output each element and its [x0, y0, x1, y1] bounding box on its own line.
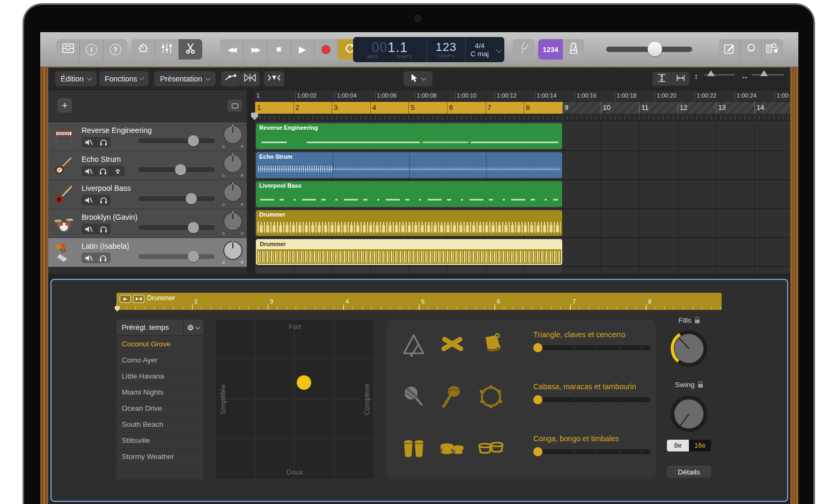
track-volume-thumb[interactable] — [186, 193, 197, 204]
preset-item-stiltsville[interactable]: Stiltsville — [116, 433, 203, 449]
lock-icon[interactable] — [695, 320, 700, 323]
smart-controls-button[interactable] — [131, 39, 155, 60]
library-button[interactable] — [56, 39, 80, 60]
cycle-region[interactable]: 1 2 3 4 5 6 7 8 — [255, 102, 562, 114]
edition-menu-button[interactable]: Édition — [55, 71, 97, 86]
metronome-button[interactable] — [563, 39, 584, 60]
flex-time-button[interactable] — [240, 71, 260, 86]
preset-item-ocean-drive[interactable]: Ocean Drive — [116, 401, 203, 417]
stop-button[interactable]: ■ — [267, 39, 291, 60]
mixer-button[interactable] — [155, 39, 179, 60]
mute-button[interactable] — [82, 137, 96, 147]
rate-16e-option[interactable]: 16e — [689, 440, 711, 451]
preset-item-coconut-grove[interactable]: Coconut Grove — [116, 336, 203, 352]
solo-headphones-button[interactable] — [96, 253, 111, 263]
fills-knob[interactable] — [669, 328, 709, 369]
congas-icon[interactable] — [401, 436, 427, 462]
count-in-button[interactable]: 1234 — [538, 39, 563, 60]
vertical-zoom-thumb[interactable] — [707, 70, 715, 76]
cowbell-icon[interactable] — [478, 332, 504, 358]
pan-knob[interactable] — [223, 241, 243, 260]
preset-item-south-beach[interactable]: South Beach — [116, 417, 203, 433]
vertical-zoom-slider[interactable] — [704, 74, 735, 76]
region-echo-strum[interactable]: Echo Strum — [256, 152, 562, 178]
track-volume-slider[interactable] — [138, 225, 215, 230]
track-header-liverpool-bass[interactable]: Liverpool Bass G R — [48, 180, 247, 209]
presentation-menu-button[interactable]: Présentation — [154, 71, 216, 86]
input-monitoring-button[interactable] — [111, 166, 125, 176]
fonctions-menu-button[interactable]: Fonctions — [99, 71, 149, 86]
editor-playhead-marker[interactable] — [115, 306, 120, 312]
forward-button[interactable]: ▶▶ — [244, 39, 267, 60]
media-browser-button[interactable] — [762, 39, 783, 60]
mute-button[interactable] — [82, 224, 96, 234]
region-liverpool-bass[interactable]: Liverpool Bass — [256, 181, 562, 207]
region-reverse-engineering[interactable]: Reverse Engineering — [256, 123, 562, 149]
pan-knob[interactable] — [223, 154, 243, 173]
track-volume-slider[interactable] — [138, 167, 215, 172]
pan-knob[interactable] — [223, 183, 243, 202]
mute-button[interactable] — [82, 195, 96, 205]
percussion-group-2-slider[interactable] — [533, 397, 650, 402]
percussion-group-1-slider[interactable] — [533, 345, 650, 350]
quick-help-button[interactable]: ? — [104, 39, 127, 60]
xy-pad-puck[interactable] — [297, 375, 311, 390]
solo-headphones-button[interactable] — [96, 224, 111, 234]
solo-headphones-button[interactable] — [96, 137, 111, 147]
track-volume-thumb[interactable] — [188, 135, 199, 146]
preset-item-stormy-weather[interactable]: Stormy Weather — [116, 449, 203, 465]
horizontal-zoom-thumb[interactable] — [760, 70, 768, 76]
preset-item-little-havana[interactable]: Little Havana — [116, 368, 203, 384]
note-pad-button[interactable] — [719, 39, 740, 60]
percussion-group-3-slider[interactable] — [533, 449, 650, 454]
swing-knob[interactable] — [669, 394, 709, 434]
preset-item-miami-nights[interactable]: Miami Nights — [116, 384, 203, 401]
timbales-icon[interactable] — [478, 436, 504, 462]
track-header-echo-strum[interactable]: Echo Strum G R — [48, 151, 247, 180]
editor-bar-ruler[interactable]: ▶ Drummer 2 3 4 5 6 7 8 — [116, 293, 722, 310]
solo-headphones-button[interactable] — [96, 195, 111, 205]
drummer-xy-pad[interactable]: Fort Doux Simplifiée Complexe — [216, 320, 374, 479]
tuner-button[interactable] — [512, 39, 535, 60]
automation-button[interactable] — [221, 71, 240, 86]
editor-flex-button[interactable] — [133, 295, 144, 303]
master-volume-thumb[interactable] — [648, 42, 662, 56]
rate-8e-option[interactable]: 8e — [667, 440, 689, 451]
time-ruler[interactable]: 1 1:00:02 1:00:04 1:00:06 1:00:08 1:00:1… — [255, 90, 790, 102]
loop-browser-button[interactable] — [740, 39, 762, 60]
add-track-button[interactable]: + — [57, 98, 72, 113]
track-volume-slider[interactable] — [138, 196, 215, 201]
bongos-icon[interactable] — [439, 436, 465, 462]
mute-button[interactable] — [82, 166, 96, 176]
record-button[interactable] — [314, 39, 338, 60]
horizontal-fit-button[interactable] — [671, 72, 689, 86]
pan-knob[interactable] — [223, 212, 243, 231]
track-header-latin-isabela[interactable]: Latin (Isabela) G R — [48, 238, 247, 267]
triangle-icon[interactable] — [401, 332, 427, 358]
editor-play-button[interactable]: ▶ — [120, 295, 131, 303]
play-button[interactable]: ▶ — [291, 39, 314, 60]
rewind-button[interactable]: ◀◀ — [220, 39, 244, 60]
track-header-brooklyn-gavin[interactable]: Brooklyn (Gavin) G R — [48, 209, 247, 238]
track-volume-thumb[interactable] — [175, 164, 186, 175]
track-volume-thumb[interactable] — [188, 222, 199, 233]
track-header-reverse-engineering[interactable]: Reverse Engineering G R — [48, 122, 247, 151]
maracas-icon[interactable] — [439, 384, 465, 410]
lcd-chevron-down-icon[interactable] — [496, 47, 502, 53]
tambourine-icon[interactable] — [478, 384, 504, 410]
auto-track-height-button[interactable] — [652, 72, 671, 86]
track-volume-slider[interactable] — [138, 254, 215, 259]
claves-icon[interactable] — [439, 332, 465, 358]
lock-icon[interactable] — [698, 384, 703, 388]
track-volume-slider[interactable] — [138, 138, 215, 143]
preset-item-como-ayer[interactable]: Como Ayer — [116, 352, 203, 368]
solo-headphones-button[interactable] — [96, 166, 111, 176]
mute-button[interactable] — [82, 253, 96, 263]
pan-knob[interactable] — [223, 125, 243, 144]
lcd-display[interactable]: 001.1 MES TEMPS 123 TEMPO 4/4 C maj — [353, 37, 504, 62]
details-button[interactable]: Détails — [666, 465, 711, 478]
editors-button[interactable] — [179, 39, 202, 60]
bar-ruler[interactable]: 1 2 3 4 5 6 7 8 9 10 11 12 13 14 — [255, 102, 790, 114]
pointer-tool-button[interactable] — [403, 71, 432, 86]
track-volume-thumb[interactable] — [188, 251, 199, 262]
